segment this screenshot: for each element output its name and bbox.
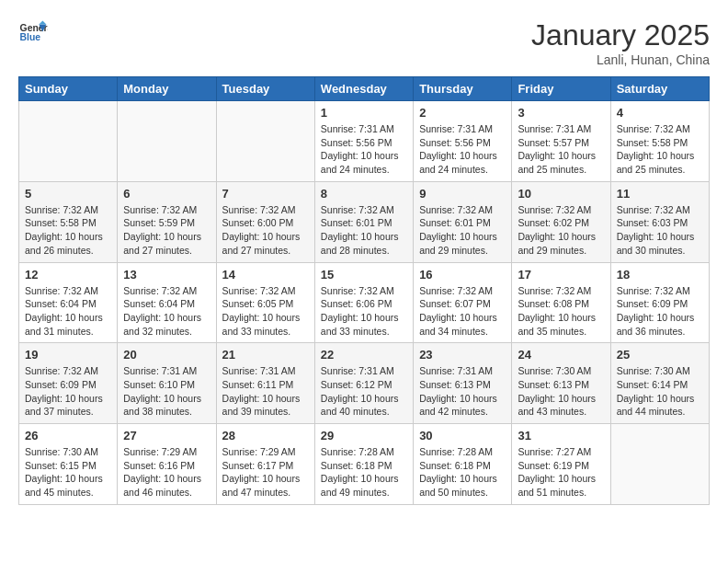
month-title: January 2025 xyxy=(531,18,710,52)
day-info: Sunrise: 7:29 AMSunset: 6:16 PMDaylight:… xyxy=(123,445,210,500)
calendar-cell: 20Sunrise: 7:31 AMSunset: 6:10 PMDayligh… xyxy=(118,343,216,424)
day-number: 23 xyxy=(419,348,506,362)
calendar-table: SundayMondayTuesdayWednesdayThursdayFrid… xyxy=(18,76,710,505)
calendar-cell: 4Sunrise: 7:32 AMSunset: 5:58 PMDaylight… xyxy=(610,101,709,182)
day-number: 24 xyxy=(518,348,604,362)
calendar-cell: 5Sunrise: 7:32 AMSunset: 5:58 PMDaylight… xyxy=(19,181,118,262)
weekday-header-friday: Friday xyxy=(512,77,610,101)
day-number: 15 xyxy=(321,268,407,282)
calendar-cell: 3Sunrise: 7:31 AMSunset: 5:57 PMDaylight… xyxy=(512,101,610,182)
day-number: 14 xyxy=(222,268,309,282)
day-number: 30 xyxy=(419,429,506,442)
day-info: Sunrise: 7:32 AMSunset: 5:58 PMDaylight:… xyxy=(617,122,703,177)
day-number: 17 xyxy=(518,268,604,282)
day-info: Sunrise: 7:32 AMSunset: 5:59 PMDaylight:… xyxy=(123,203,210,258)
logo-icon: General Blue xyxy=(18,18,48,48)
calendar-cell: 10Sunrise: 7:32 AMSunset: 6:02 PMDayligh… xyxy=(512,181,610,262)
day-number: 1 xyxy=(321,106,407,120)
day-number: 10 xyxy=(518,187,604,201)
calendar-week-2: 5Sunrise: 7:32 AMSunset: 5:58 PMDaylight… xyxy=(19,181,710,262)
calendar-week-4: 19Sunrise: 7:32 AMSunset: 6:09 PMDayligh… xyxy=(19,343,710,424)
calendar-cell: 27Sunrise: 7:29 AMSunset: 6:16 PMDayligh… xyxy=(118,424,216,505)
day-number: 7 xyxy=(222,187,309,201)
svg-text:Blue: Blue xyxy=(20,32,41,42)
day-info: Sunrise: 7:32 AMSunset: 6:02 PMDaylight:… xyxy=(518,203,604,258)
calendar-week-5: 26Sunrise: 7:30 AMSunset: 6:15 PMDayligh… xyxy=(19,424,710,505)
calendar-cell: 19Sunrise: 7:32 AMSunset: 6:09 PMDayligh… xyxy=(19,343,118,424)
day-number: 3 xyxy=(518,106,604,120)
day-info: Sunrise: 7:32 AMSunset: 6:00 PMDaylight:… xyxy=(222,203,309,258)
day-info: Sunrise: 7:32 AMSunset: 6:01 PMDaylight:… xyxy=(419,203,506,258)
day-info: Sunrise: 7:31 AMSunset: 6:11 PMDaylight:… xyxy=(222,364,309,419)
calendar-cell: 6Sunrise: 7:32 AMSunset: 5:59 PMDaylight… xyxy=(118,181,216,262)
weekday-header-monday: Monday xyxy=(118,77,216,101)
day-number: 12 xyxy=(25,268,111,282)
day-number: 5 xyxy=(25,187,111,201)
day-info: Sunrise: 7:32 AMSunset: 6:09 PMDaylight:… xyxy=(25,364,111,419)
day-info: Sunrise: 7:31 AMSunset: 6:12 PMDaylight:… xyxy=(321,364,407,419)
day-info: Sunrise: 7:31 AMSunset: 5:56 PMDaylight:… xyxy=(419,122,506,177)
calendar-cell xyxy=(610,424,709,505)
day-number: 13 xyxy=(123,268,210,282)
calendar-cell: 12Sunrise: 7:32 AMSunset: 6:04 PMDayligh… xyxy=(19,262,118,343)
day-number: 28 xyxy=(222,429,309,442)
calendar-cell: 25Sunrise: 7:30 AMSunset: 6:14 PMDayligh… xyxy=(610,343,709,424)
calendar-cell xyxy=(216,101,314,182)
calendar-cell: 15Sunrise: 7:32 AMSunset: 6:06 PMDayligh… xyxy=(314,262,413,343)
day-info: Sunrise: 7:29 AMSunset: 6:17 PMDaylight:… xyxy=(222,445,309,500)
day-info: Sunrise: 7:32 AMSunset: 6:09 PMDaylight:… xyxy=(617,284,703,339)
day-info: Sunrise: 7:32 AMSunset: 6:08 PMDaylight:… xyxy=(518,284,604,339)
calendar-cell: 31Sunrise: 7:27 AMSunset: 6:19 PMDayligh… xyxy=(512,424,610,505)
day-number: 31 xyxy=(518,429,604,442)
weekday-header-saturday: Saturday xyxy=(610,77,709,101)
calendar-cell: 1Sunrise: 7:31 AMSunset: 5:56 PMDaylight… xyxy=(314,101,413,182)
day-info: Sunrise: 7:32 AMSunset: 6:01 PMDaylight:… xyxy=(321,203,407,258)
calendar-cell: 17Sunrise: 7:32 AMSunset: 6:08 PMDayligh… xyxy=(512,262,610,343)
day-number: 2 xyxy=(419,106,506,120)
day-info: Sunrise: 7:30 AMSunset: 6:13 PMDaylight:… xyxy=(518,364,604,419)
day-number: 26 xyxy=(25,429,111,442)
weekday-header-row: SundayMondayTuesdayWednesdayThursdayFrid… xyxy=(19,77,710,101)
calendar-cell: 22Sunrise: 7:31 AMSunset: 6:12 PMDayligh… xyxy=(314,343,413,424)
calendar-cell: 30Sunrise: 7:28 AMSunset: 6:18 PMDayligh… xyxy=(414,424,512,505)
day-info: Sunrise: 7:30 AMSunset: 6:14 PMDaylight:… xyxy=(617,364,703,419)
day-number: 27 xyxy=(123,429,210,442)
location: Lanli, Hunan, China xyxy=(531,52,710,67)
calendar-cell: 9Sunrise: 7:32 AMSunset: 6:01 PMDaylight… xyxy=(414,181,512,262)
calendar-cell xyxy=(19,101,118,182)
day-number: 18 xyxy=(617,268,703,282)
day-number: 25 xyxy=(617,348,703,362)
day-number: 6 xyxy=(123,187,210,201)
day-info: Sunrise: 7:32 AMSunset: 6:06 PMDaylight:… xyxy=(321,284,407,339)
weekday-header-sunday: Sunday xyxy=(19,77,118,101)
calendar-cell: 18Sunrise: 7:32 AMSunset: 6:09 PMDayligh… xyxy=(610,262,709,343)
calendar-cell: 21Sunrise: 7:31 AMSunset: 6:11 PMDayligh… xyxy=(216,343,314,424)
day-info: Sunrise: 7:31 AMSunset: 6:10 PMDaylight:… xyxy=(123,364,210,419)
page-header: General Blue January 2025 Lanli, Hunan, … xyxy=(18,18,710,67)
day-number: 9 xyxy=(419,187,506,201)
day-number: 22 xyxy=(321,348,407,362)
day-info: Sunrise: 7:28 AMSunset: 6:18 PMDaylight:… xyxy=(321,445,407,500)
day-info: Sunrise: 7:32 AMSunset: 5:58 PMDaylight:… xyxy=(25,203,111,258)
day-info: Sunrise: 7:32 AMSunset: 6:05 PMDaylight:… xyxy=(222,284,309,339)
day-info: Sunrise: 7:30 AMSunset: 6:15 PMDaylight:… xyxy=(25,445,111,500)
day-info: Sunrise: 7:31 AMSunset: 5:56 PMDaylight:… xyxy=(321,122,407,177)
day-number: 19 xyxy=(25,348,111,362)
calendar-cell: 14Sunrise: 7:32 AMSunset: 6:05 PMDayligh… xyxy=(216,262,314,343)
day-info: Sunrise: 7:32 AMSunset: 6:07 PMDaylight:… xyxy=(419,284,506,339)
logo: General Blue xyxy=(18,18,48,48)
day-info: Sunrise: 7:28 AMSunset: 6:18 PMDaylight:… xyxy=(419,445,506,500)
calendar-cell: 26Sunrise: 7:30 AMSunset: 6:15 PMDayligh… xyxy=(19,424,118,505)
calendar-cell: 11Sunrise: 7:32 AMSunset: 6:03 PMDayligh… xyxy=(610,181,709,262)
svg-marker-3 xyxy=(39,20,46,24)
day-info: Sunrise: 7:31 AMSunset: 6:13 PMDaylight:… xyxy=(419,364,506,419)
day-number: 21 xyxy=(222,348,309,362)
calendar-week-1: 1Sunrise: 7:31 AMSunset: 5:56 PMDaylight… xyxy=(19,101,710,182)
title-block: January 2025 Lanli, Hunan, China xyxy=(531,18,710,67)
day-number: 20 xyxy=(123,348,210,362)
day-info: Sunrise: 7:32 AMSunset: 6:04 PMDaylight:… xyxy=(25,284,111,339)
calendar-cell: 29Sunrise: 7:28 AMSunset: 6:18 PMDayligh… xyxy=(314,424,413,505)
calendar-week-3: 12Sunrise: 7:32 AMSunset: 6:04 PMDayligh… xyxy=(19,262,710,343)
calendar-cell: 28Sunrise: 7:29 AMSunset: 6:17 PMDayligh… xyxy=(216,424,314,505)
day-info: Sunrise: 7:31 AMSunset: 5:57 PMDaylight:… xyxy=(518,122,604,177)
